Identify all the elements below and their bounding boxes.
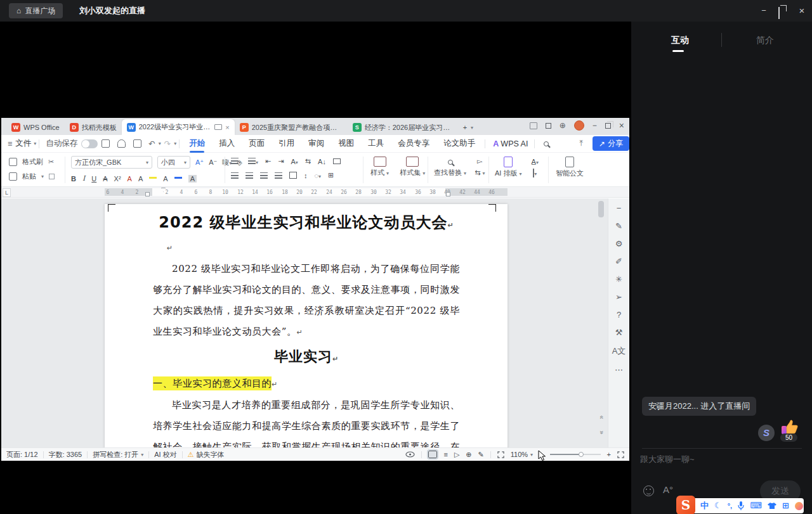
page-view-icon[interactable] <box>428 451 437 458</box>
sogou-ime-float-icon[interactable]: S <box>758 425 775 441</box>
undo-chevron-icon[interactable]: ▾ <box>159 141 161 146</box>
emoji-icon[interactable] <box>643 485 654 496</box>
share-button[interactable]: ↗ 分享 <box>593 136 629 151</box>
more-tools-icon[interactable]: ⋯ <box>615 365 623 375</box>
zoom-in-button[interactable]: + <box>607 451 611 458</box>
undo-icon[interactable]: ↶ <box>148 139 155 148</box>
menu-review[interactable]: 审阅 <box>301 138 331 149</box>
document-body[interactable]: 2022 级毕业生实习和毕业论文动员大会↵ ↵ 2022 级毕业实习和毕业论文工… <box>153 210 460 447</box>
ai-layout-button[interactable]: AI 排版 ▾ <box>495 157 522 178</box>
styles-button[interactable]: 样式 ▾ <box>370 157 389 177</box>
show-marks-icon[interactable] <box>333 158 341 164</box>
copy-icon[interactable] <box>49 174 55 179</box>
help-icon[interactable]: ? <box>617 310 621 319</box>
edit-pen-icon[interactable]: ✎ <box>615 221 622 231</box>
text-direction-button[interactable]: ⇆ <box>305 157 311 165</box>
wps-minimize-icon[interactable]: − <box>593 121 597 130</box>
menu-member[interactable]: 会员专享 <box>391 138 436 149</box>
ime-emoji-icon[interactable] <box>795 502 803 510</box>
zoom-slider-handle[interactable] <box>579 452 584 457</box>
bullet-list-button[interactable]: ▾ <box>231 158 241 165</box>
window-minimize-button[interactable]: − <box>759 6 769 16</box>
sogou-logo-icon[interactable]: S <box>676 496 695 514</box>
left-indent-marker[interactable] <box>145 192 150 196</box>
borders-button[interactable]: ⊞ <box>328 171 334 179</box>
web-view-icon[interactable]: ⊕ <box>466 451 471 459</box>
font-size-select[interactable]: 小四 ▾ <box>157 156 190 169</box>
menu-insert[interactable]: 插入 <box>212 138 242 149</box>
highlight-button[interactable]: A <box>138 175 143 183</box>
edit-mode-icon[interactable]: ✎ <box>478 451 484 459</box>
chat-input[interactable] <box>640 454 761 479</box>
window-close-button[interactable]: × <box>797 6 807 16</box>
sort-button[interactable]: A↓ <box>318 158 326 165</box>
zoom-level[interactable]: 110%▾ <box>511 451 533 458</box>
wps-restore-icon[interactable] <box>605 123 611 129</box>
align-left-button[interactable] <box>231 172 239 179</box>
text-style-icon[interactable]: A° <box>663 484 673 495</box>
fit-page-icon[interactable] <box>497 451 504 458</box>
bold-button[interactable]: B <box>71 175 76 183</box>
tab-list-chevron[interactable]: ▾ <box>469 120 475 135</box>
align-center-button[interactable] <box>246 172 253 179</box>
missing-font-warning[interactable]: ⚠ 缺失字体 <box>188 450 225 459</box>
layout-icon[interactable] <box>546 123 551 129</box>
ime-halfwidth-moon-icon[interactable]: ☾ <box>714 498 722 513</box>
menu-thesis-helper[interactable]: 论文助手 <box>436 138 482 149</box>
menu-reference[interactable]: 引用 <box>272 138 301 149</box>
collapse-toolbar-icon[interactable]: − <box>617 203 622 213</box>
menu-page[interactable]: 页面 <box>242 138 272 149</box>
document-page[interactable]: 2022 级毕业生实习和毕业论文动员大会↵ ↵ 2022 级毕业实习和毕业论文工… <box>105 204 508 447</box>
cut-icon[interactable]: ✂ <box>48 158 54 166</box>
redo-icon[interactable]: ↷ <box>164 139 171 148</box>
zoom-slider[interactable] <box>550 454 601 455</box>
increase-indent-button[interactable]: ⇥ <box>278 157 284 165</box>
menu-file[interactable]: 文件 <box>15 138 31 149</box>
wps-close-icon[interactable]: × <box>619 120 624 131</box>
font-color-button[interactable]: A <box>163 175 167 183</box>
tab-close-icon[interactable]: × <box>225 124 229 131</box>
superscript-button[interactable]: X² <box>114 175 121 183</box>
char-scale-button[interactable]: A▾ <box>291 158 298 165</box>
right-indent-marker[interactable] <box>446 192 450 196</box>
autosave-toggle[interactable] <box>81 139 98 148</box>
ime-mic-icon[interactable] <box>738 501 744 510</box>
eye-icon[interactable] <box>405 451 415 458</box>
underline-button[interactable]: U <box>91 175 96 183</box>
play-view-icon[interactable]: ▷ <box>454 451 459 459</box>
font-name-select[interactable]: 方正仿宋_GBK ▾ <box>71 156 152 169</box>
font-effects-button[interactable]: A <box>128 175 132 183</box>
menu-wps-ai[interactable]: WPS AI <box>501 139 528 148</box>
tab-stop-selector[interactable]: L <box>3 188 11 197</box>
decrease-indent-button[interactable]: ⇤ <box>265 157 271 165</box>
align-right-button[interactable] <box>260 172 268 179</box>
search-icon[interactable] <box>544 141 549 146</box>
redo-chevron-icon[interactable]: ▾ <box>174 141 176 146</box>
strikethrough-button[interactable]: A <box>103 175 107 183</box>
format-painter-button[interactable]: 格式刷 ✂ <box>9 157 55 167</box>
window-restore-button[interactable] <box>778 8 780 19</box>
select-button[interactable]: ▻ ⇆ ▾ <box>475 157 485 177</box>
tab-ppt-project[interactable]: P 2025重庆聚盟产教融合项目-1028.p <box>235 120 348 135</box>
decrease-font-button[interactable]: A⁻ <box>209 158 217 167</box>
live-plaza-button[interactable]: ⌂ 直播广场 <box>9 3 63 18</box>
ime-keyboard-icon[interactable]: ⌨ <box>750 498 762 513</box>
ai-proofread-button[interactable]: AI 校对 <box>154 450 176 459</box>
account-avatar[interactable] <box>574 120 584 131</box>
char-shading-button[interactable]: A <box>188 175 197 183</box>
numbered-list-button[interactable]: ▾ <box>248 158 258 165</box>
settings-sliders-icon[interactable]: ⚙ <box>615 239 623 248</box>
shading-button[interactable]: ◌▾ <box>315 172 322 179</box>
share-screen-icon[interactable] <box>530 122 537 129</box>
menu-view[interactable]: 视图 <box>331 138 361 149</box>
tab-wps-office[interactable]: W WPS Office <box>6 120 65 135</box>
distribute-icon[interactable] <box>289 172 297 179</box>
upload-cloud-icon[interactable]: ⤒ <box>579 139 583 148</box>
ime-punctuation-icon[interactable]: °, <box>728 498 732 513</box>
vertical-scrollbar[interactable] <box>598 201 604 217</box>
horizontal-ruler[interactable]: 6 4 2 2 4 6 8 10 12 14 16 18 20 22 24 26… <box>1 187 629 198</box>
tab-xls-economics[interactable]: S 经济学：2026届毕业实习方式及分组 <box>348 120 461 135</box>
signature-icon[interactable]: ✐ <box>615 257 622 266</box>
save-icon[interactable] <box>102 139 110 148</box>
menu-home[interactable]: 开始 <box>182 138 212 149</box>
